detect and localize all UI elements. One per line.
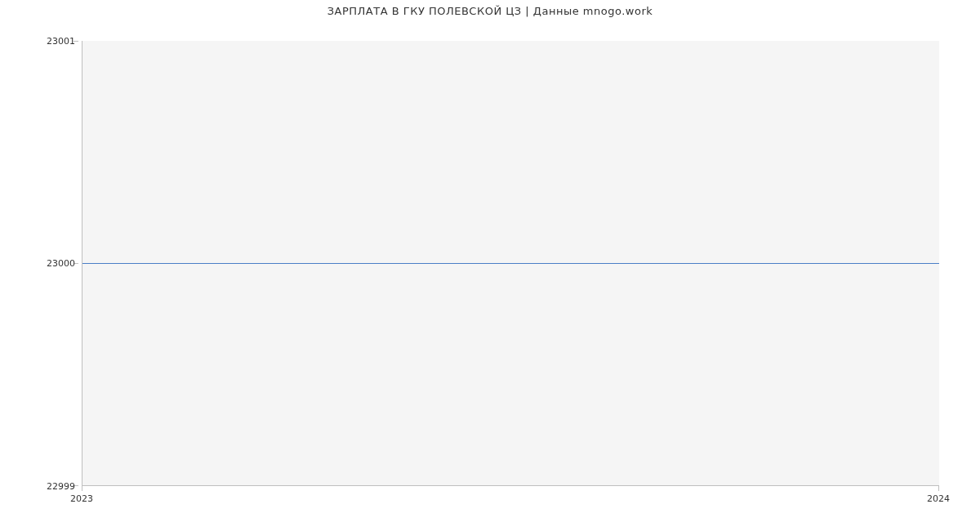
plot-area xyxy=(82,41,939,486)
x-axis-label: 2023 xyxy=(70,493,93,504)
x-axis-label: 2024 xyxy=(927,493,950,504)
y-axis-label: 22999 xyxy=(47,481,75,492)
y-axis-label: 23000 xyxy=(47,258,75,269)
x-tick xyxy=(82,486,82,491)
x-tick xyxy=(938,486,939,491)
y-axis-label: 23001 xyxy=(47,36,75,47)
data-line xyxy=(82,263,939,264)
chart-title: ЗАРПЛАТА В ГКУ ПОЛЕВСКОЙ ЦЗ | Данные mno… xyxy=(0,5,980,17)
chart-container: ЗАРПЛАТА В ГКУ ПОЛЕВСКОЙ ЦЗ | Данные mno… xyxy=(0,0,980,531)
